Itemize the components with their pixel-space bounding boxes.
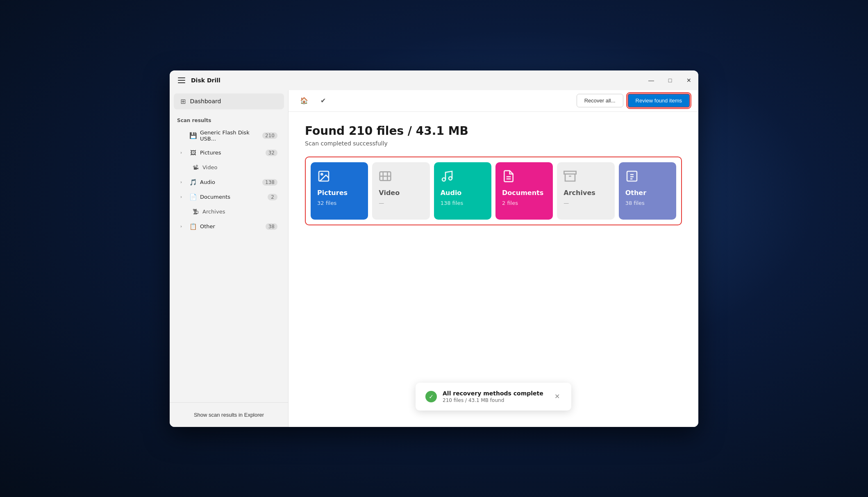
toast-title: All recovery methods complete bbox=[443, 390, 547, 397]
dashboard-label: Dashboard bbox=[190, 98, 221, 104]
dashboard-grid-icon: ⊞ bbox=[180, 98, 186, 105]
sidebar-item-generic-flash[interactable]: 💾 Generic Flash Disk USB... 210 bbox=[173, 126, 285, 145]
audio-chevron: › bbox=[180, 180, 186, 184]
card-video-icon bbox=[379, 170, 423, 186]
toast-subtitle: 210 files / 43.1 MB found bbox=[443, 397, 547, 403]
card-documents-name: Documents bbox=[502, 189, 546, 197]
svg-point-7 bbox=[449, 177, 452, 180]
toast-content: All recovery methods complete 210 files … bbox=[443, 390, 547, 403]
close-button[interactable]: ✕ bbox=[679, 70, 698, 90]
app-title: Disk Drill bbox=[191, 77, 220, 84]
other-chevron: › bbox=[180, 224, 186, 229]
pictures-label: Pictures bbox=[200, 150, 262, 156]
card-other-name: Other bbox=[625, 189, 670, 197]
card-documents-icon bbox=[502, 170, 546, 186]
card-archives-name: Archives bbox=[564, 189, 608, 197]
main-layout: ⊞ Dashboard Scan results 💾 Generic Flash… bbox=[170, 90, 698, 427]
other-label: Other bbox=[200, 223, 262, 229]
sidebar-item-documents[interactable]: › 📄 Documents 2 bbox=[173, 190, 285, 204]
toolbar-left: 🏠 ✔ bbox=[297, 93, 572, 108]
review-found-items-button[interactable]: Review found items bbox=[627, 93, 690, 108]
card-archives[interactable]: Archives — bbox=[557, 162, 614, 220]
svg-rect-10 bbox=[564, 171, 576, 174]
video-label: Video bbox=[202, 164, 277, 170]
sidebar-item-audio[interactable]: › 🎵 Audio 138 bbox=[173, 175, 285, 189]
generic-flash-label: Generic Flash Disk USB... bbox=[200, 129, 259, 142]
menu-icon[interactable] bbox=[176, 76, 187, 85]
file-type-cards: Pictures 32 files Video — bbox=[305, 157, 682, 225]
other-icon: 📋 bbox=[189, 223, 197, 230]
home-button[interactable]: 🏠 bbox=[297, 93, 311, 108]
card-video-count: — bbox=[379, 200, 423, 206]
sidebar-footer: Show scan results in Explorer bbox=[170, 402, 288, 427]
sidebar-item-pictures[interactable]: › 🖼 Pictures 32 bbox=[173, 146, 285, 160]
audio-icon: 🎵 bbox=[189, 179, 197, 186]
generic-flash-count: 210 bbox=[262, 132, 277, 139]
video-icon: 📽 bbox=[192, 164, 199, 171]
card-documents-count: 2 files bbox=[502, 200, 546, 206]
card-pictures-icon bbox=[317, 170, 361, 186]
found-title: Found 210 files / 43.1 MB bbox=[305, 124, 682, 138]
content-body: Found 210 files / 43.1 MB Scan completed… bbox=[289, 112, 698, 427]
app-window: Disk Drill — □ ✕ ⊞ Dashboard Scan result… bbox=[170, 70, 698, 427]
card-other-count: 38 files bbox=[625, 200, 670, 206]
card-audio-name: Audio bbox=[441, 189, 485, 197]
toast-notification: ✓ All recovery methods complete 210 file… bbox=[416, 383, 571, 411]
toast-check-icon: ✓ bbox=[425, 391, 437, 402]
content-area: 🏠 ✔ Recover all... Review found items Fo… bbox=[289, 90, 698, 427]
card-audio-count: 138 files bbox=[441, 200, 485, 206]
toolbar-right: Recover all... Review found items bbox=[577, 93, 690, 108]
pictures-count: 32 bbox=[266, 150, 277, 156]
audio-count: 138 bbox=[262, 179, 277, 186]
pictures-chevron: › bbox=[180, 150, 186, 155]
card-audio[interactable]: Audio 138 files bbox=[434, 162, 491, 220]
svg-point-1 bbox=[321, 173, 323, 175]
toast-close-button[interactable]: ✕ bbox=[553, 391, 561, 402]
card-pictures[interactable]: Pictures 32 files bbox=[311, 162, 368, 220]
archives-label: Archives bbox=[202, 209, 277, 215]
recover-all-button[interactable]: Recover all... bbox=[577, 94, 623, 107]
card-audio-icon bbox=[441, 170, 485, 186]
pictures-icon: 🖼 bbox=[189, 149, 197, 157]
audio-label: Audio bbox=[200, 179, 259, 185]
archives-icon: 🗜 bbox=[192, 208, 199, 216]
minimize-button[interactable]: — bbox=[642, 70, 661, 90]
documents-icon: 📄 bbox=[189, 193, 197, 201]
title-bar: Disk Drill — □ ✕ bbox=[170, 70, 698, 90]
card-pictures-count: 32 files bbox=[317, 200, 361, 206]
sidebar: ⊞ Dashboard Scan results 💾 Generic Flash… bbox=[170, 90, 289, 427]
check-button[interactable]: ✔ bbox=[316, 93, 330, 108]
documents-label: Documents bbox=[200, 194, 264, 200]
card-video[interactable]: Video — bbox=[372, 162, 429, 220]
card-other[interactable]: Other 38 files bbox=[619, 162, 676, 220]
svg-point-6 bbox=[442, 178, 445, 181]
card-video-name: Video bbox=[379, 189, 423, 197]
documents-chevron: › bbox=[180, 195, 186, 199]
sidebar-item-other[interactable]: › 📋 Other 38 bbox=[173, 220, 285, 234]
maximize-button[interactable]: □ bbox=[661, 70, 679, 90]
sidebar-item-dashboard[interactable]: ⊞ Dashboard bbox=[174, 93, 284, 109]
other-count: 38 bbox=[266, 223, 277, 230]
toolbar: 🏠 ✔ Recover all... Review found items bbox=[289, 90, 698, 112]
drive-icon: 💾 bbox=[189, 132, 197, 139]
scan-status: Scan completed successfully bbox=[305, 140, 682, 147]
card-archives-icon bbox=[564, 170, 608, 186]
documents-count: 2 bbox=[268, 194, 277, 200]
card-other-icon bbox=[625, 170, 670, 186]
card-documents[interactable]: Documents 2 files bbox=[495, 162, 553, 220]
card-pictures-name: Pictures bbox=[317, 189, 361, 197]
show-explorer-button[interactable]: Show scan results in Explorer bbox=[174, 408, 284, 422]
scan-results-section-title: Scan results bbox=[170, 113, 288, 126]
sidebar-item-archives[interactable]: 🗜 Archives bbox=[173, 205, 285, 219]
sidebar-item-video[interactable]: 📽 Video bbox=[173, 161, 285, 175]
card-archives-count: — bbox=[564, 200, 608, 206]
